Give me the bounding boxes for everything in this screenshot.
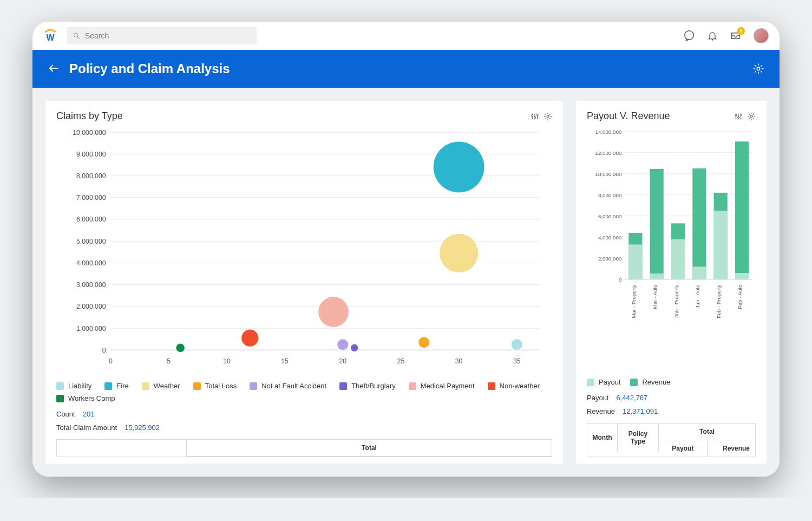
legend-item[interactable]: Liability [56, 382, 91, 390]
svg-text:10,000,000: 10,000,000 [595, 171, 622, 177]
svg-rect-81 [692, 266, 706, 279]
filter-icon[interactable] [734, 112, 743, 121]
legend-swatch [104, 382, 112, 390]
svg-text:35: 35 [513, 357, 521, 365]
legend-label: Workers Comp [68, 394, 115, 402]
svg-text:Jan - Auto: Jan - Auto [695, 284, 700, 308]
payout-legend: PayoutRevenue [587, 378, 756, 386]
back-button[interactable] [48, 62, 60, 76]
total-amount-summary: Total Claim Amount 15,925,902 [56, 424, 552, 432]
filter-icon[interactable] [531, 112, 539, 121]
svg-rect-84 [714, 211, 728, 279]
search-input[interactable] [85, 31, 251, 40]
svg-rect-72 [628, 244, 642, 279]
svg-text:0: 0 [109, 357, 113, 365]
svg-text:2,000,000: 2,000,000 [76, 303, 106, 310]
legend-label: Weather [154, 382, 180, 390]
svg-point-53 [750, 115, 752, 118]
svg-text:5,000,000: 5,000,000 [76, 238, 106, 245]
legend-swatch [339, 382, 347, 390]
svg-rect-86 [735, 141, 749, 279]
legend-item[interactable]: Medical Payment [409, 382, 475, 390]
legend-label: Fire [116, 382, 128, 390]
svg-text:0: 0 [619, 277, 622, 283]
legend-item[interactable]: Payout [587, 378, 620, 386]
svg-text:10,000,000: 10,000,000 [73, 129, 106, 136]
svg-point-42 [241, 330, 258, 347]
search-icon [73, 31, 81, 40]
search-box[interactable] [67, 27, 257, 44]
svg-text:4,000,000: 4,000,000 [598, 235, 622, 240]
legend-swatch [630, 379, 638, 386]
svg-text:Jan - Property: Jan - Property [673, 284, 679, 317]
svg-rect-87 [735, 273, 749, 279]
svg-text:Mar - Auto: Mar - Auto [652, 284, 658, 309]
claims-bubble-chart[interactable]: 01,000,0002,000,0003,000,0004,000,0005,0… [56, 126, 552, 372]
revenue-summary: Revenue 12,371,091 [587, 407, 756, 415]
svg-text:2,000,000: 2,000,000 [598, 256, 622, 262]
card-title: Claims by Type [56, 110, 123, 122]
payout-bar-chart[interactable]: 02,000,0004,000,0006,000,0008,000,00010,… [587, 126, 756, 372]
app-frame: W 6 Policy and Claim Analysis [32, 22, 780, 477]
legend-swatch [250, 382, 257, 390]
svg-point-44 [337, 339, 348, 350]
gear-icon[interactable] [747, 112, 756, 121]
svg-point-52 [740, 114, 742, 115]
legend-item[interactable]: Total Loss [193, 382, 237, 390]
claims-table-header: Total [56, 439, 552, 457]
svg-point-8 [536, 114, 538, 115]
svg-text:7,000,000: 7,000,000 [76, 194, 106, 201]
svg-point-46 [418, 337, 429, 348]
inbox-icon[interactable]: 6 [730, 30, 742, 41]
notifications-icon[interactable] [707, 30, 718, 42]
workday-logo[interactable]: W [43, 29, 57, 43]
legend-item[interactable]: Workers Comp [56, 394, 115, 402]
svg-text:12,000,000: 12,000,000 [595, 150, 622, 156]
legend-label: Payout [599, 378, 620, 386]
svg-rect-74 [650, 169, 664, 279]
svg-text:1,000,000: 1,000,000 [76, 325, 106, 333]
svg-point-41 [176, 343, 185, 352]
legend-label: Liability [68, 382, 91, 390]
svg-text:4,000,000: 4,000,000 [76, 259, 106, 267]
svg-text:14,000,000: 14,000,000 [595, 129, 622, 135]
svg-text:0: 0 [102, 347, 106, 354]
svg-text:10: 10 [223, 357, 231, 365]
svg-point-50 [735, 114, 737, 116]
svg-text:15: 15 [281, 357, 289, 365]
chat-icon[interactable] [683, 30, 695, 42]
legend-label: Non-weather [500, 382, 540, 390]
svg-text:Mar - Property: Mar - Property [631, 284, 637, 318]
svg-point-5 [757, 67, 760, 70]
svg-text:W: W [46, 33, 55, 42]
svg-text:8,000,000: 8,000,000 [598, 192, 622, 198]
legend-item[interactable]: Not at Fault Accident [250, 382, 326, 390]
user-avatar[interactable] [754, 28, 769, 43]
page-settings-icon[interactable] [752, 63, 764, 75]
legend-item[interactable]: Theft/Burglary [339, 382, 396, 390]
svg-point-43 [318, 297, 349, 327]
claims-legend: LiabilityFireWeatherTotal LossNot at Fau… [56, 382, 552, 402]
svg-point-7 [534, 116, 536, 118]
legend-item[interactable]: Non-weather [488, 382, 540, 390]
svg-text:20: 20 [339, 357, 346, 365]
gear-icon[interactable] [543, 112, 552, 121]
svg-text:Feb - Property: Feb - Property [716, 284, 722, 318]
count-summary: Count 201 [56, 410, 552, 418]
inbox-badge: 6 [737, 27, 745, 35]
svg-point-1 [74, 33, 77, 37]
legend-item[interactable]: Fire [104, 382, 128, 390]
legend-swatch [409, 382, 416, 390]
svg-point-47 [440, 234, 478, 272]
payout-table-header: Month Policy Type Total Payout Revenue [587, 423, 756, 457]
svg-text:25: 25 [397, 357, 405, 365]
legend-item[interactable]: Revenue [630, 378, 670, 386]
svg-point-51 [738, 116, 739, 118]
legend-label: Theft/Burglary [351, 382, 396, 390]
svg-point-45 [351, 344, 358, 351]
claims-by-type-card: Claims by Type 01,000,0002,000,0003,000,… [45, 101, 563, 464]
legend-item[interactable]: Weather [142, 382, 180, 390]
svg-point-9 [547, 115, 549, 118]
svg-text:9,000,000: 9,000,000 [76, 151, 106, 158]
svg-point-48 [434, 142, 484, 193]
